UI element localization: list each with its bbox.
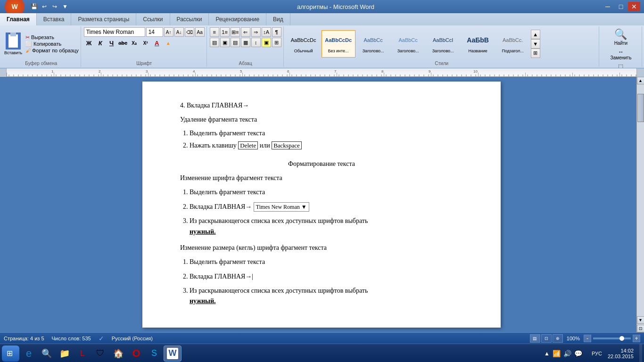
style-heading1-btn[interactable]: AaBbCc Заголово...: [356, 30, 390, 58]
font-shrink-button[interactable]: A↓: [174, 27, 184, 37]
font-step3-emphasis: нужный.: [190, 228, 216, 235]
tab-home[interactable]: Главная: [0, 13, 37, 25]
fontsize-step3-emphasis: нужный.: [190, 297, 216, 304]
tab-view[interactable]: Вид: [266, 13, 290, 25]
undo-quick-btn[interactable]: ↩: [40, 2, 49, 11]
increase-indent-button[interactable]: ⇒: [251, 27, 261, 37]
minimize-button[interactable]: ─: [602, 2, 614, 11]
zoom-slider[interactable]: [593, 337, 631, 339]
ruler-track: 1 2 3 4 5 6 7 8 9 10: [7, 68, 636, 76]
save-quick-btn[interactable]: 💾: [29, 2, 39, 11]
home-taskbar-btn[interactable]: 🏠: [110, 346, 127, 362]
show-desktop-button[interactable]: [639, 344, 642, 362]
close-button[interactable]: ✕: [628, 2, 640, 11]
document-page[interactable]: 4. Вкладка ГЛАВНАЯ→ Удаление фрагмента т…: [142, 82, 501, 328]
bold-button[interactable]: Ж: [84, 38, 94, 48]
replace-button[interactable]: ↔ Заменить: [610, 48, 632, 61]
style-title-btn[interactable]: AaБbB Название: [461, 30, 495, 58]
font-grow-button[interactable]: A↑: [164, 27, 173, 37]
zoom-in-button[interactable]: +: [633, 335, 640, 342]
print-view-btn[interactable]: ▤: [530, 334, 540, 343]
opera-taskbar-btn[interactable]: O: [128, 346, 145, 362]
scroll-thumb[interactable]: [637, 94, 644, 122]
ruler-left-corner: [0, 68, 7, 77]
scroll-track[interactable]: [637, 84, 644, 316]
document-scroll[interactable]: 4. Вкладка ГЛАВНАЯ→ Удаление фрагмента т…: [7, 77, 636, 332]
border-button[interactable]: ⊞: [272, 38, 281, 47]
italic-button[interactable]: К: [95, 38, 106, 48]
security-taskbar-btn[interactable]: 🛡: [92, 346, 109, 362]
full-screen-btn[interactable]: ⊡: [541, 334, 552, 343]
show-formatting-button[interactable]: ¶: [272, 27, 281, 37]
tab-insert[interactable]: Вставка: [37, 13, 72, 25]
underline-button[interactable]: Ч: [107, 38, 117, 48]
tab-references[interactable]: Ссылки: [136, 13, 170, 25]
skype-taskbar-btn[interactable]: S: [146, 346, 163, 362]
align-left-button[interactable]: ▤: [210, 38, 219, 47]
ruler-num-4: 4: [193, 69, 195, 74]
tab-page-layout[interactable]: Разметка страницы: [71, 13, 136, 25]
cut-button[interactable]: ✂ Вырезать: [25, 34, 79, 41]
multilevel-list-button[interactable]: ⊞≡: [231, 27, 240, 37]
justify-button[interactable]: ▦: [241, 38, 250, 47]
shading-button[interactable]: ▣: [262, 38, 271, 47]
sort-button[interactable]: ↕A: [262, 27, 271, 37]
font-size-input[interactable]: 14: [146, 27, 163, 37]
change-case-button[interactable]: Aa: [195, 27, 205, 37]
format-painter-button[interactable]: 🖌 Формат по образцу: [25, 48, 79, 53]
web-view-btn[interactable]: ⊕: [553, 334, 563, 343]
search-taskbar-icon: 🔍: [41, 348, 52, 359]
font-step3: Из раскрывающегося списка всех доступных…: [190, 216, 463, 237]
customize-quick-btn[interactable]: ▼: [60, 2, 70, 11]
style-subtitle-btn[interactable]: AaBbCc. Подзагол...: [496, 30, 530, 58]
align-right-button[interactable]: ▤: [231, 38, 240, 47]
style-subtitle-preview: AaBbCc.: [503, 32, 523, 49]
font-name-input[interactable]: Times New Roman: [84, 27, 145, 37]
clear-format-button[interactable]: ⌫: [185, 27, 194, 37]
scroll-down-button[interactable]: ▼: [637, 316, 644, 324]
search-taskbar-btn[interactable]: 🔍: [38, 346, 55, 362]
subscript-button[interactable]: X₂: [129, 38, 140, 48]
align-center-button[interactable]: ▣: [220, 38, 230, 47]
ie-icon: e: [23, 348, 34, 359]
scroll-bottom-button[interactable]: ⊡: [637, 325, 644, 332]
styles-scroll-down[interactable]: ▼: [531, 39, 540, 49]
zoom-slider-thumb[interactable]: [619, 336, 624, 341]
tab-mailings[interactable]: Рассылки: [170, 13, 209, 25]
find-button[interactable]: 🔍 Найти: [610, 27, 632, 47]
start-button[interactable]: ⊞: [2, 346, 19, 362]
tab-review[interactable]: Рецензирование: [209, 13, 266, 25]
styles-expand[interactable]: ⊞: [531, 49, 540, 58]
up-arrow-icon[interactable]: ▲: [544, 350, 550, 357]
explorer-taskbar-btn[interactable]: 📁: [56, 346, 73, 362]
maximize-button[interactable]: □: [615, 2, 627, 11]
ruler-num-10: 10: [473, 69, 478, 74]
formatting-heading: Форматирование текста: [180, 159, 463, 169]
ie-taskbar-btn[interactable]: e: [20, 346, 37, 362]
font-dropdown[interactable]: Times New Roman ▼: [254, 202, 309, 212]
clock-area[interactable]: РУС 14:02 22.03.2015: [588, 348, 637, 359]
strikethrough-button[interactable]: abc: [118, 38, 128, 48]
zoom-control[interactable]: - +: [584, 335, 640, 342]
paste-button[interactable]: Вставить: [4, 32, 23, 56]
style-normal-btn[interactable]: AaBbCcDc Обычный: [287, 30, 321, 58]
font-color-button[interactable]: A: [152, 38, 162, 48]
line-spacing-button[interactable]: ↕: [251, 38, 261, 47]
copy-button[interactable]: ⬜ Копировать: [25, 41, 79, 47]
scroll-up-button[interactable]: ▲: [637, 77, 644, 84]
lenovo-taskbar-btn[interactable]: L: [74, 346, 91, 362]
styles-scroll-up[interactable]: ▲: [531, 30, 540, 39]
style-heading3-btn[interactable]: AaBbCcI Заголово...: [426, 30, 460, 58]
bullet-list-button[interactable]: ≡: [210, 27, 219, 37]
style-no-spacing-btn[interactable]: AaBbCcDc Без инте...: [322, 30, 355, 58]
redo-quick-btn[interactable]: ↪: [50, 2, 59, 11]
word-taskbar-btn[interactable]: W: [164, 346, 182, 362]
zoom-out-button[interactable]: -: [584, 335, 591, 342]
doc-item4: 4. Вкладка ГЛАВНАЯ→: [180, 100, 463, 111]
vertical-scrollbar[interactable]: ▲ ▼ ⊡: [636, 77, 644, 332]
number-list-button[interactable]: 1≡: [220, 27, 230, 37]
superscript-button[interactable]: X²: [140, 38, 151, 48]
style-heading2-btn[interactable]: AaBbCc Заголово...: [391, 30, 425, 58]
decrease-indent-button[interactable]: ⇐: [241, 27, 250, 37]
highlight-button[interactable]: ▲: [163, 38, 173, 48]
